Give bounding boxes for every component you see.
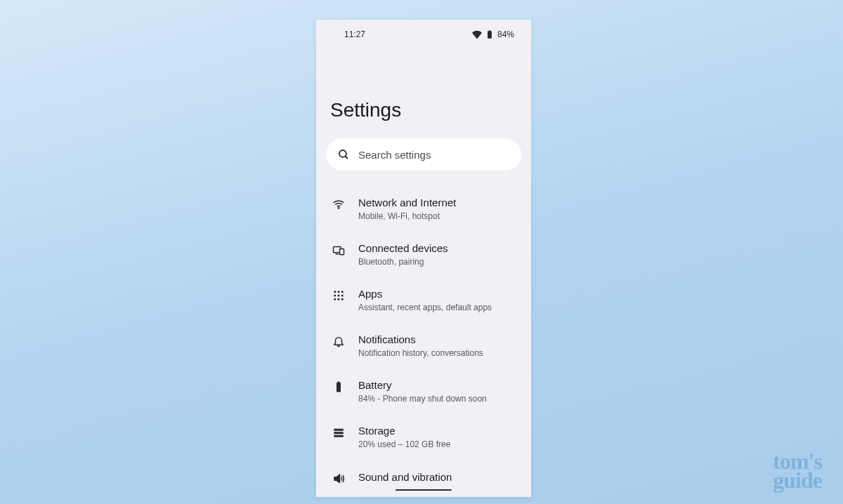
page-title: Settings: [316, 39, 531, 138]
status-right: 84%: [472, 29, 514, 39]
item-title: Storage: [358, 424, 517, 438]
svg-point-2: [338, 208, 339, 209]
item-subtitle: 20% used – 102 GB free: [358, 439, 517, 451]
battery-icon: [332, 380, 346, 394]
settings-item-connected-devices[interactable]: Connected devices Bluetooth, pairing: [316, 232, 531, 277]
item-title: Sound and vibration: [358, 470, 517, 483]
nav-handle[interactable]: [396, 489, 452, 491]
phone-frame: 11:27 84% Settings Search settings Netwo…: [316, 20, 531, 497]
svg-point-6: [334, 291, 336, 293]
wifi-icon: [332, 197, 346, 211]
svg-rect-15: [334, 429, 344, 431]
svg-point-0: [339, 150, 346, 157]
navigation-bar[interactable]: [316, 483, 531, 497]
svg-point-11: [341, 295, 344, 297]
status-battery-percent: 84%: [497, 29, 514, 39]
item-title: Network and Internet: [358, 196, 517, 210]
apps-icon: [332, 289, 346, 303]
settings-item-apps[interactable]: Apps Assistant, recent apps, default app…: [316, 277, 531, 323]
svg-rect-16: [334, 432, 344, 435]
svg-point-10: [338, 295, 340, 297]
wifi-icon: [472, 29, 482, 39]
item-subtitle: Bluetooth, pairing: [358, 257, 517, 268]
settings-list: Network and Internet Mobile, Wi-Fi, hots…: [316, 183, 531, 483]
storage-icon: [332, 425, 346, 439]
svg-point-7: [338, 291, 340, 293]
svg-point-14: [341, 298, 344, 300]
status-bar: 11:27 84%: [316, 20, 531, 39]
svg-point-13: [338, 298, 340, 300]
item-title: Battery: [358, 378, 517, 392]
devices-icon: [332, 243, 346, 257]
item-subtitle: Assistant, recent apps, default apps: [358, 303, 517, 314]
svg-rect-17: [334, 435, 344, 437]
settings-item-battery[interactable]: Battery 84% - Phone may shut down soon: [316, 369, 531, 414]
search-placeholder: Search settings: [358, 149, 431, 161]
svg-rect-4: [340, 249, 344, 255]
settings-item-storage[interactable]: Storage 20% used – 102 GB free: [316, 414, 531, 460]
battery-icon: [485, 29, 495, 39]
status-time: 11:27: [344, 29, 365, 39]
svg-point-9: [334, 295, 336, 297]
item-title: Apps: [358, 287, 517, 301]
item-title: Connected devices: [358, 241, 517, 256]
svg-point-12: [334, 298, 336, 300]
item-subtitle: Notification history, conversations: [358, 348, 517, 359]
item-subtitle: Mobile, Wi-Fi, hotspot: [358, 211, 517, 223]
watermark-logo: tom's guide: [773, 452, 822, 490]
settings-item-network[interactable]: Network and Internet Mobile, Wi-Fi, hots…: [316, 186, 531, 232]
item-title: Notifications: [358, 333, 517, 347]
sound-icon: [332, 472, 346, 483]
settings-item-notifications[interactable]: Notifications Notification history, conv…: [316, 323, 531, 369]
watermark-line2: guide: [773, 471, 822, 490]
bell-icon: [332, 334, 346, 348]
svg-line-1: [345, 156, 348, 159]
svg-point-8: [341, 291, 344, 293]
item-subtitle: 84% - Phone may shut down soon: [358, 394, 517, 405]
search-icon: [337, 148, 350, 161]
search-input[interactable]: Search settings: [326, 138, 521, 171]
settings-item-sound[interactable]: Sound and vibration Volume, haptics, Do …: [316, 460, 531, 483]
